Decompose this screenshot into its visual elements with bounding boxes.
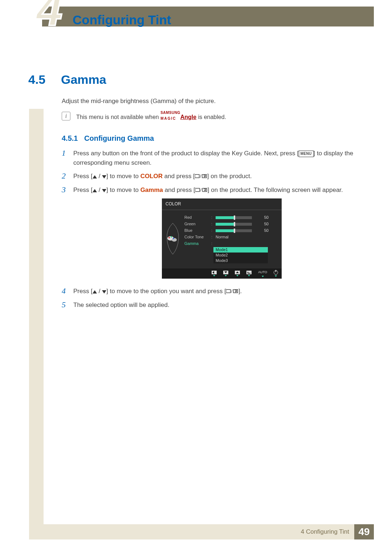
up-arrow-icon <box>93 175 97 178</box>
note-prefix: This menu is not available when <box>76 114 160 120</box>
step-number: 2 <box>62 172 73 180</box>
text: Press any button on the front of the pro… <box>73 150 299 157</box>
osd-label: Color Tone <box>184 234 209 240</box>
osd-label-selected: Gamma <box>184 241 209 247</box>
osd-footer-up <box>235 271 240 276</box>
osd-row-red: Red : 50 <box>184 214 278 221</box>
enter-icon: / <box>195 186 208 196</box>
svg-text:/: / <box>200 188 202 193</box>
svg-text:/: / <box>231 289 233 294</box>
text: Press [ <box>73 173 93 180</box>
divider <box>162 210 282 210</box>
svg-point-8 <box>172 238 177 242</box>
osd-footer-back <box>212 271 217 276</box>
footer-chapter-label: 4 Configuring Tint <box>301 528 354 535</box>
auto-label: AUTO <box>258 270 267 275</box>
indicator-icon <box>262 276 264 277</box>
text: ] on the product. <box>207 173 252 180</box>
step-number: 4 <box>62 287 73 295</box>
osd-row-blue: Blue : 50 <box>184 227 278 234</box>
colon: : <box>211 234 213 240</box>
osd-title: COLOR <box>162 198 282 210</box>
colon: : <box>211 221 213 227</box>
brand-angle: Angle <box>180 114 196 120</box>
colon: : <box>211 227 213 234</box>
osd-option-mode3: Mode3 <box>213 258 268 263</box>
down-arrow-icon <box>102 189 106 192</box>
down-arrow-icon <box>102 175 106 178</box>
osd-slider <box>216 229 252 232</box>
text: and press [ <box>163 186 195 193</box>
colon: : <box>211 241 213 247</box>
down-icon <box>223 271 228 274</box>
section-number: 4.5 <box>28 73 45 87</box>
up-icon <box>235 271 240 274</box>
indicator-icon <box>236 275 238 276</box>
step-text: Press [ / ] to move to Gamma and press [… <box>73 185 370 283</box>
osd-footer-auto: AUTO <box>258 270 267 277</box>
text: Press [ <box>73 288 93 295</box>
brand-magic: MAGIC <box>160 116 176 120</box>
step-text: Press [ / ] to move to the option you wa… <box>73 287 370 297</box>
text: ] to move to the option you want and pre… <box>106 288 226 295</box>
text: ] to move to <box>106 173 140 180</box>
osd-footer-enter <box>246 271 252 276</box>
osd-screenshot: COLOR <box>162 198 282 279</box>
osd-value: 50 <box>258 227 269 234</box>
chapter-tab-number: 4 <box>33 0 69 33</box>
back-icon <box>212 271 217 274</box>
osd-footer-power <box>274 270 278 277</box>
down-arrow-icon <box>102 290 106 294</box>
step-text: Press any button on the front of the pro… <box>73 149 370 168</box>
step-number: 1 <box>62 149 73 157</box>
step-4: 4 Press [ / ] to move to the option you … <box>62 287 370 297</box>
brand-samsung: SAMSUNG <box>160 111 180 115</box>
svg-point-11 <box>173 238 174 239</box>
indicator-icon <box>213 275 215 276</box>
step-text: Press [ / ] to move to COLOR and press [… <box>73 172 370 182</box>
chapter-title: Configuring Tint <box>73 13 171 27</box>
keyword-gamma: Gamma <box>140 186 163 193</box>
osd-label: Red <box>184 214 209 221</box>
left-gutter <box>29 109 44 525</box>
power-icon <box>274 270 278 275</box>
osd-row-green: Green : 50 <box>184 221 278 227</box>
text: Press [ <box>73 186 93 193</box>
osd-gamma-options: Mode1 Mode2 Mode3 <box>213 247 268 263</box>
osd-row-gamma: Gamma : <box>184 241 278 247</box>
svg-point-10 <box>171 236 172 238</box>
svg-text:4: 4 <box>35 0 62 33</box>
osd-label: Green <box>184 221 209 227</box>
indicator-icon <box>248 275 250 276</box>
osd-row-colortone: Color Tone : Normal <box>184 234 278 241</box>
note-icon: i <box>62 112 70 120</box>
indicator-icon <box>275 275 277 277</box>
subsection-title: Configuring Gamma <box>84 134 154 143</box>
osd-table: Red : 50 Green : <box>184 214 278 263</box>
subsection-number: 4.5.1 <box>62 134 78 143</box>
osd-footer: AUTO <box>162 268 282 279</box>
step-number: 3 <box>62 185 73 194</box>
osd-art-icon <box>165 214 181 263</box>
enter-icon: / <box>226 287 238 297</box>
menu-button-label: MENU <box>299 151 314 157</box>
colon: : <box>211 214 213 221</box>
note-text: This menu is not available when SAMSUNGM… <box>76 112 226 120</box>
note-suffix: is enabled. <box>196 114 226 120</box>
text: and press [ <box>163 173 195 180</box>
enter-icon <box>246 271 252 274</box>
step-number: 5 <box>62 300 73 309</box>
osd-slider <box>216 216 252 219</box>
step-5: 5 The selected option will be applied. <box>62 300 370 310</box>
svg-point-9 <box>168 237 170 238</box>
section-title: Gamma <box>61 73 106 87</box>
osd-footer-down <box>223 271 228 276</box>
enter-icon: / <box>195 172 207 182</box>
osd-option-mode2: Mode2 <box>213 253 268 258</box>
keyword-color: COLOR <box>140 173 163 180</box>
osd-value: 50 <box>258 221 269 227</box>
osd-slider <box>216 223 252 226</box>
section-intro: Adjust the mid-range brightness (Gamma) … <box>62 98 216 105</box>
step-text: The selected option will be applied. <box>73 300 370 310</box>
footer-bar: 4 Configuring Tint 49 <box>29 524 374 539</box>
